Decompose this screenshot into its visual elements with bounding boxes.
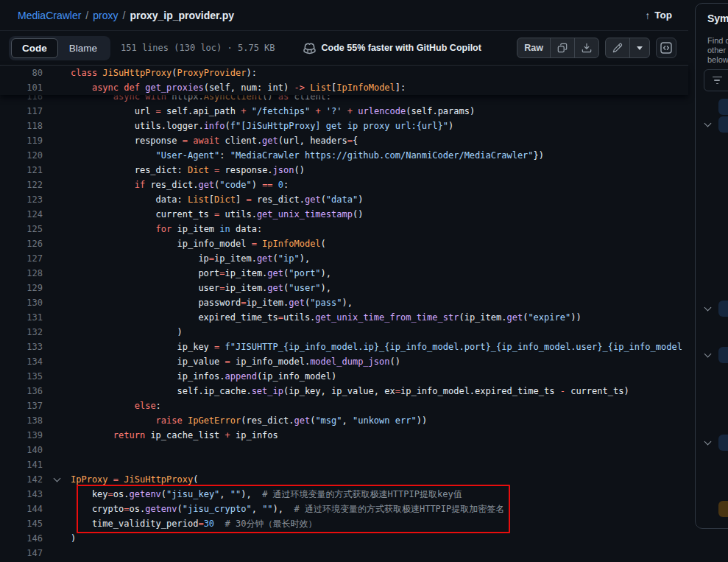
line-number[interactable]: 142 — [0, 472, 43, 487]
line-number[interactable]: 80 — [0, 66, 43, 80]
file-meta: 151 lines (130 loc) · 5.75 KB — [121, 43, 275, 53]
edit-dropdown-button[interactable] — [629, 38, 649, 57]
raw-button[interactable]: Raw — [517, 38, 550, 57]
code-text: utils.logger.info(f"[JiSuHttpProxy] get … — [71, 119, 453, 133]
line-number[interactable]: 120 — [0, 148, 43, 163]
edit-button[interactable] — [606, 38, 629, 57]
symbol-pill[interactable] — [718, 301, 728, 317]
line-number[interactable]: 140 — [0, 443, 43, 457]
line-number[interactable]: 128 — [0, 266, 43, 281]
line-number[interactable]: 131 — [0, 310, 43, 325]
toolbar-actions: Raw — [517, 38, 676, 58]
gutter — [43, 295, 71, 310]
breadcrumb-separator: / — [122, 10, 125, 21]
line-number[interactable]: 101 — [0, 80, 43, 95]
symbol-pill[interactable] — [718, 435, 728, 451]
symbol-item[interactable] — [696, 99, 728, 115]
copilot-banner[interactable]: Code 55% faster with GitHub Copilot — [303, 42, 481, 55]
tab-blame[interactable]: Blame — [58, 38, 108, 58]
line-number[interactable]: 134 — [0, 354, 43, 369]
symbol-pill[interactable] — [718, 347, 728, 363]
line-number[interactable]: 129 — [0, 281, 43, 295]
breadcrumb-repo-link[interactable]: MediaCrawler — [18, 10, 81, 21]
symbol-item[interactable] — [696, 435, 728, 451]
code-text: ip_info_model = IpInfoModel( — [71, 236, 326, 251]
chevron-down-icon[interactable] — [704, 438, 712, 445]
gutter — [43, 310, 71, 325]
gutter — [43, 119, 71, 133]
gutter — [43, 531, 71, 546]
line-number[interactable]: 117 — [0, 104, 43, 119]
symbol-item[interactable] — [696, 501, 728, 517]
symbols-filter-input[interactable] — [704, 69, 728, 91]
code-text: key=os.getenv("jisu_key", ""), # 通过环境变量的… — [71, 487, 462, 502]
copilot-icon — [303, 42, 316, 55]
gutter — [43, 443, 71, 457]
line-number[interactable]: 124 — [0, 207, 43, 222]
download-button[interactable] — [574, 38, 598, 57]
line-number[interactable]: 138 — [0, 413, 43, 428]
line-number[interactable]: 127 — [0, 251, 43, 266]
code-line: 124 current_ts = utils.get_unix_timestam… — [0, 207, 688, 222]
gutter — [43, 148, 71, 163]
gutter — [43, 192, 71, 207]
line-number[interactable]: 122 — [0, 178, 43, 192]
code-line: 137 else: — [0, 398, 688, 413]
line-number[interactable]: 118 — [0, 119, 43, 133]
line-number[interactable]: 135 — [0, 369, 43, 384]
symbols-panel: Symbols Find definitions and references … — [695, 3, 728, 529]
line-number[interactable]: 132 — [0, 325, 43, 340]
symbol-pill[interactable] — [718, 99, 728, 115]
line-number[interactable]: 146 — [0, 531, 43, 546]
copy-button[interactable] — [550, 38, 574, 57]
gutter — [43, 428, 71, 443]
line-number[interactable]: 126 — [0, 236, 43, 251]
caret-down-icon — [637, 46, 643, 50]
line-number[interactable]: 116 — [0, 95, 43, 104]
code-line: 117 url = self.api_path + "/fetchips" + … — [0, 104, 688, 119]
chevron-down-icon[interactable] — [704, 350, 712, 357]
code-text: ip_key = f"JISUHTTP_{ip_info_model.ip}_{… — [71, 340, 682, 354]
collapse-chevron-icon[interactable] — [53, 474, 60, 482]
gutter — [43, 413, 71, 428]
symbol-pill[interactable] — [718, 116, 728, 133]
symbol-item[interactable] — [696, 347, 728, 363]
code-text: async with httpx.AsyncClient() as client… — [71, 95, 331, 104]
line-number[interactable]: 123 — [0, 192, 43, 207]
code-line: 122 if res_dict.get("code") == 0: — [0, 178, 688, 192]
gutter — [43, 354, 71, 369]
symbols-panel-toggle-button[interactable] — [656, 38, 676, 58]
code-line: 136 self.ip_cache.set_ip(ip_key, ip_valu… — [0, 384, 688, 398]
symbol-item[interactable] — [696, 301, 728, 317]
line-number[interactable]: 125 — [0, 222, 43, 236]
line-number[interactable]: 137 — [0, 398, 43, 413]
line-number[interactable]: 121 — [0, 163, 43, 178]
chevron-down-icon[interactable] — [704, 303, 712, 311]
description-line: other symbols in this file by clicking a… — [707, 46, 728, 55]
code-text: data: List[Dict] = res_dict.get("data") — [71, 192, 363, 207]
symbol-pill[interactable] — [718, 501, 728, 517]
line-number[interactable]: 136 — [0, 384, 43, 398]
line-number[interactable]: 119 — [0, 133, 43, 148]
code-text: raise IpGetError(res_dict.get("msg", "un… — [71, 413, 427, 428]
code-text: crypto=os.getenv("jisu_crypto", ""), # 通… — [71, 502, 504, 516]
arrow-up-icon: ↑ — [645, 10, 650, 21]
symbol-item[interactable] — [696, 116, 728, 133]
breadcrumb-folder-link[interactable]: proxy — [93, 10, 118, 21]
line-number[interactable]: 133 — [0, 340, 43, 354]
code-line: 142IpProxy = JiSuHttpProxy( — [0, 472, 688, 487]
gutter — [43, 133, 71, 148]
tab-code[interactable]: Code — [11, 38, 58, 58]
line-number[interactable]: 130 — [0, 295, 43, 310]
copy-icon — [557, 43, 568, 53]
line-number[interactable]: 144 — [0, 502, 43, 516]
back-to-top-button[interactable]: ↑ Top — [645, 10, 672, 21]
code-text: response = await client.get(url, headers… — [71, 133, 358, 148]
line-number[interactable]: 143 — [0, 487, 43, 502]
breadcrumb-separator: / — [85, 10, 88, 21]
line-number[interactable]: 147 — [0, 546, 43, 561]
line-number[interactable]: 145 — [0, 516, 43, 531]
chevron-down-icon[interactable] — [704, 119, 712, 127]
line-number[interactable]: 141 — [0, 457, 43, 472]
line-number[interactable]: 139 — [0, 428, 43, 443]
